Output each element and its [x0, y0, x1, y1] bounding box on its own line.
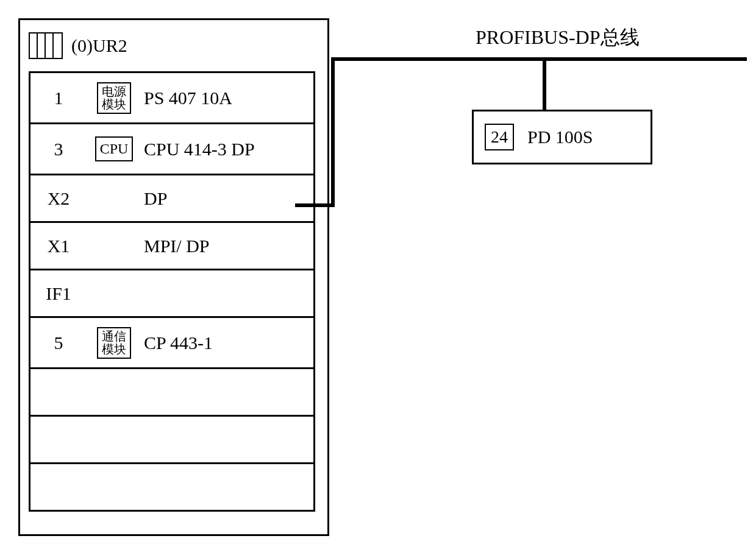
slot-desc: MPI/ DP — [141, 236, 210, 256]
slot-desc: CPU 414-3 DP — [141, 139, 255, 160]
dp-slave-device: 24 PD 100S — [472, 110, 652, 164]
bus-label: PROFIBUS-DP总线 — [476, 24, 640, 51]
slot-number: 5 — [30, 333, 87, 353]
slot-row: 5 通信 模块 CP 443-1 — [29, 318, 313, 369]
slot-row: 1 电源 模块 PS 407 10A — [29, 73, 313, 124]
slot-desc: CP 443-1 — [141, 333, 213, 353]
slot-desc: DP — [141, 188, 167, 209]
rack-icon — [29, 32, 63, 59]
hardware-config-diagram: (0)UR2 1 电源 模块 PS 407 10A 3 CPU CPU 414-… — [12, 12, 744, 536]
bus-drop-to-device — [543, 57, 546, 111]
slot-desc: PS 407 10A — [141, 88, 232, 108]
comm-module-chip: 通信 模块 — [97, 327, 131, 359]
slot-row — [29, 464, 313, 512]
slot-row: X1 MPI/ DP — [29, 223, 313, 270]
slot-number: IF1 — [30, 283, 87, 304]
slot-number: 3 — [30, 139, 87, 160]
slot-number: X2 — [30, 188, 87, 209]
rack-title: (0)UR2 — [71, 35, 127, 56]
cpu-chip: CPU — [95, 136, 134, 161]
slot-row — [29, 417, 313, 464]
power-module-chip: 电源 模块 — [97, 82, 131, 114]
device-address: 24 — [485, 124, 514, 150]
bus-vertical-to-rack — [331, 57, 335, 207]
rack-slot-table: 1 电源 模块 PS 407 10A 3 CPU CPU 414-3 DP X2… — [29, 71, 315, 512]
slot-row — [29, 369, 313, 417]
bus-horizontal-line — [331, 57, 747, 61]
slot-row: X2 DP — [29, 175, 313, 223]
bus-stub-to-rack — [295, 203, 335, 207]
slot-number: 1 — [30, 88, 87, 108]
rack-header: (0)UR2 — [29, 26, 319, 65]
slot-number: X1 — [30, 236, 87, 256]
device-name: PD 100S — [527, 127, 593, 147]
slot-row: 3 CPU CPU 414-3 DP — [29, 124, 313, 175]
rack-ur2: (0)UR2 1 电源 模块 PS 407 10A 3 CPU CPU 414-… — [18, 18, 329, 536]
slot-row: IF1 — [29, 270, 313, 318]
